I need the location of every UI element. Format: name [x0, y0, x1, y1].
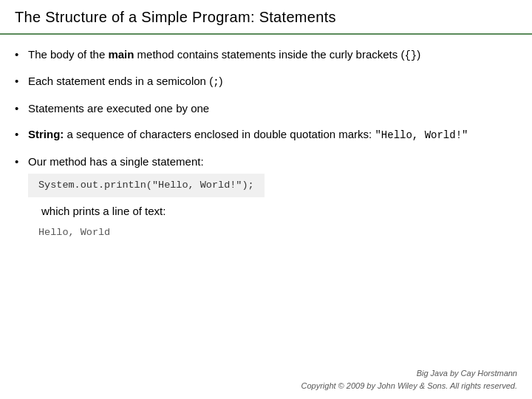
- bullet-text-2: Each statement ends in a semicolon (;): [28, 75, 223, 87]
- bold-main: main: [108, 48, 134, 61]
- footer-line1: Big Java by Cay Horstmann: [301, 367, 517, 380]
- list-item: Our method has a single statement: Syste…: [15, 154, 517, 243]
- list-item: The body of the main method contains sta…: [15, 47, 517, 63]
- slide-content: The body of the main method contains sta…: [0, 35, 532, 260]
- bullet-text-1: The body of the main method contains sta…: [28, 48, 420, 61]
- list-item: String: a sequence of characters enclose…: [15, 126, 517, 143]
- bullet-list: The body of the main method contains sta…: [15, 47, 517, 242]
- semicolon-code: ;: [213, 76, 219, 88]
- curly-brackets-code: {}: [404, 50, 417, 61]
- bold-string: String:: [28, 128, 64, 140]
- bullet-text-5: Our method has a single statement:: [28, 155, 204, 168]
- list-item: Each statement ends in a semicolon (;): [15, 73, 517, 89]
- slide-container: The Structure of a Simple Program: State…: [0, 0, 532, 399]
- slide-title: The Structure of a Simple Program: State…: [15, 9, 517, 26]
- footer-line2: Copyright © 2009 by John Wiley & Sons. A…: [301, 380, 517, 392]
- output-block: Hello, World: [28, 222, 517, 243]
- code-block-println: System.out.println("Hello, World!");: [28, 174, 265, 197]
- which-prints-label: which prints a line of text:: [41, 203, 517, 219]
- hello-world-string-code: "Hello, World!": [375, 129, 468, 141]
- slide-footer: Big Java by Cay Horstmann Copyright © 20…: [301, 367, 517, 392]
- bullet-text-4: String: a sequence of characters enclose…: [28, 128, 468, 140]
- bullet-text-3: Statements are executed one by one: [28, 102, 209, 115]
- list-item: Statements are executed one by one: [15, 100, 517, 117]
- slide-header: The Structure of a Simple Program: State…: [0, 0, 532, 35]
